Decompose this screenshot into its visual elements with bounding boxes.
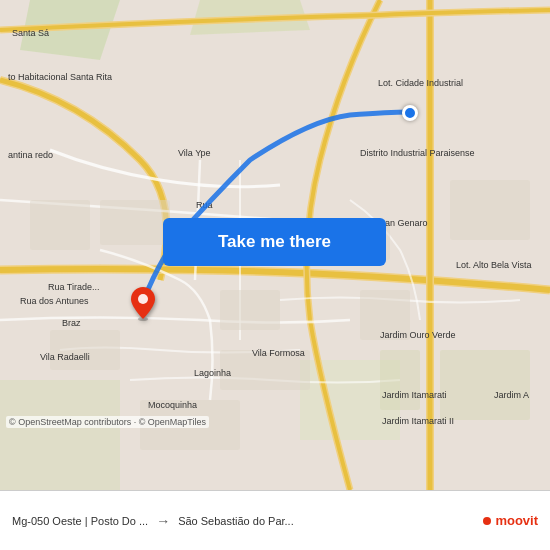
svg-rect-11 xyxy=(360,290,410,340)
route-to: São Sebastião do Par... xyxy=(178,515,294,527)
svg-rect-8 xyxy=(220,290,280,330)
svg-rect-3 xyxy=(0,380,120,490)
svg-rect-10 xyxy=(450,180,530,240)
origin-marker xyxy=(128,285,158,325)
map-attribution: © OpenStreetMap contributors · © OpenMap… xyxy=(6,416,209,428)
svg-rect-5 xyxy=(30,200,90,250)
moovit-text: moovit xyxy=(495,513,538,528)
take-me-there-button[interactable]: Take me there xyxy=(163,218,386,266)
moovit-dot xyxy=(483,517,491,525)
moovit-logo: moovit xyxy=(483,513,538,528)
bottom-bar: Mg-050 Oeste | Posto Do ... → São Sebast… xyxy=(0,490,550,550)
svg-point-17 xyxy=(138,294,148,304)
svg-rect-6 xyxy=(100,200,170,245)
destination-marker xyxy=(402,105,418,121)
route-arrow: → xyxy=(156,513,170,529)
map-container: Take me there const pdata = JSON.parse(d… xyxy=(0,0,550,490)
svg-rect-12 xyxy=(220,350,310,390)
route-info: Mg-050 Oeste | Posto Do ... → São Sebast… xyxy=(12,513,538,529)
route-from: Mg-050 Oeste | Posto Do ... xyxy=(12,515,148,527)
svg-rect-7 xyxy=(50,330,120,370)
svg-rect-14 xyxy=(380,350,420,410)
svg-rect-15 xyxy=(440,350,530,420)
